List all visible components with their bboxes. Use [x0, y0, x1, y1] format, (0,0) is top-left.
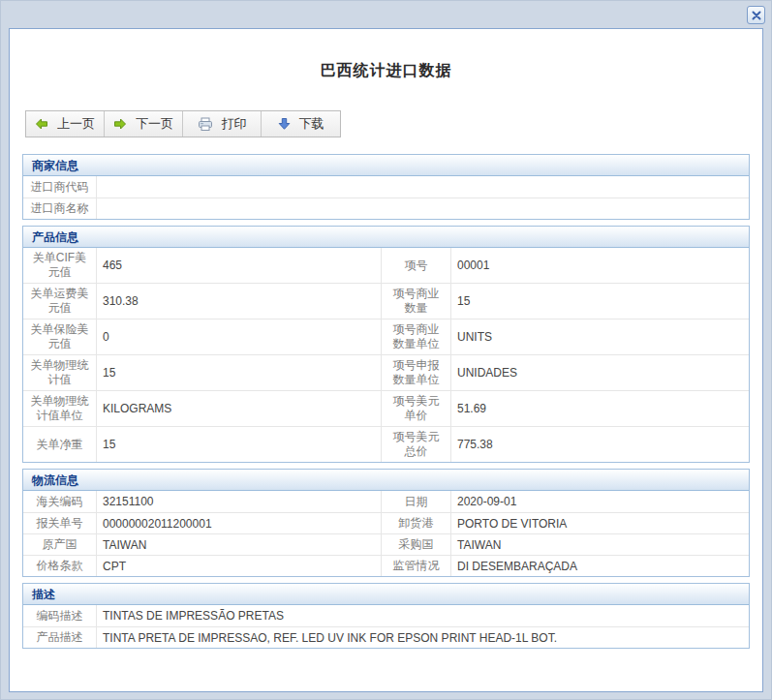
section-product-title: 产品信息	[23, 227, 749, 248]
download-label: 下载	[299, 115, 324, 133]
prev-page-button[interactable]: 上一页	[26, 111, 105, 137]
page-title: 巴西统计进口数据	[22, 61, 750, 81]
field-value: 51.69	[451, 390, 749, 426]
field-value	[97, 198, 749, 219]
field-label: 项号美元总价	[382, 426, 451, 462]
next-page-button[interactable]: 下一页	[105, 111, 183, 137]
field-value	[97, 176, 749, 198]
table-row: 编码描述 TINTAS DE IMPRESSÃO PRETAS	[23, 605, 749, 626]
field-value: PORTO DE VITORIA	[451, 512, 749, 533]
field-value: UNITS	[451, 319, 749, 354]
toolbar: 上一页 下一页 打印	[25, 110, 341, 137]
section-description-title: 描述	[23, 584, 749, 605]
field-label: 原产国	[23, 533, 97, 555]
section-logistics-info: 物流信息 海关编码 32151100 日期 2020-09-01 报关单号 00…	[22, 469, 750, 577]
field-label: 项号商业数量	[382, 283, 451, 319]
dialog-content: 巴西统计进口数据 上一页 下一页	[9, 28, 763, 692]
table-row: 关单运费美元值 310.38 项号商业数量 15	[23, 283, 749, 319]
field-label: 项号美元单价	[382, 390, 451, 426]
field-label: 关单CIF美元值	[23, 248, 97, 283]
field-label: 进口商名称	[23, 198, 97, 219]
field-label: 关单运费美元值	[23, 283, 97, 319]
table-row: 关单保险美元值 0 项号商业数量单位 UNITS	[23, 319, 749, 354]
field-value: TINTA PRETA DE IMPRESSAO, REF. LED UV IN…	[97, 626, 749, 648]
field-label: 编码描述	[23, 605, 97, 626]
field-label: 关单保险美元值	[23, 319, 97, 354]
field-label: 价格条款	[23, 555, 97, 576]
table-row: 原产国 TAIWAN 采购国 TAIWAN	[23, 533, 749, 555]
arrow-right-icon	[113, 117, 127, 131]
dialog-titlebar	[1, 1, 771, 28]
download-button[interactable]: 下载	[262, 111, 340, 137]
arrow-down-icon	[278, 117, 291, 131]
table-row: 报关单号 00000002011200001 卸货港 PORTO DE VITO…	[23, 512, 749, 533]
section-product-info: 产品信息 关单CIF美元值 465 项号 00001 关单运费美元值 310.3…	[22, 226, 750, 463]
field-value: 775.38	[451, 426, 749, 462]
table-row: 进口商代码	[23, 176, 749, 198]
field-label: 报关单号	[23, 512, 97, 533]
field-value: 0	[97, 319, 382, 354]
table-row: 海关编码 32151100 日期 2020-09-01	[23, 491, 749, 512]
next-page-label: 下一页	[136, 115, 173, 133]
field-label: 卸货港	[382, 512, 451, 533]
field-label: 关单净重	[23, 426, 97, 462]
field-value: TAIWAN	[97, 533, 382, 555]
close-icon	[752, 11, 761, 20]
field-label: 采购国	[382, 533, 451, 555]
field-value: TAIWAN	[451, 533, 749, 555]
field-value: 15	[97, 354, 382, 390]
field-label: 日期	[382, 491, 451, 512]
field-value: 32151100	[97, 491, 382, 512]
field-value: 15	[97, 426, 382, 462]
prev-page-label: 上一页	[57, 115, 95, 133]
field-value: KILOGRAMS	[97, 390, 382, 426]
field-value: DI DESEMBARAÇADA	[451, 555, 749, 576]
field-value: CPT	[97, 555, 382, 576]
close-button[interactable]	[747, 6, 765, 24]
section-merchant-info: 商家信息 进口商代码 进口商名称	[22, 154, 750, 220]
arrow-left-icon	[35, 117, 48, 131]
table-row: 进口商名称	[23, 198, 749, 219]
table-row: 产品描述 TINTA PRETA DE IMPRESSAO, REF. LED …	[23, 626, 749, 648]
field-label: 进口商代码	[23, 176, 97, 198]
table-row: 关单净重 15 项号美元总价 775.38	[23, 426, 749, 462]
field-label: 关单物理统计值	[23, 354, 97, 390]
field-label: 项号	[382, 248, 451, 283]
print-button[interactable]: 打印	[183, 111, 262, 137]
field-value: 00000002011200001	[97, 512, 382, 533]
section-merchant-title: 商家信息	[23, 155, 749, 176]
field-value: 00001	[451, 248, 749, 283]
field-label: 监管情况	[382, 555, 451, 576]
field-value: TINTAS DE IMPRESSÃO PRETAS	[97, 605, 749, 626]
field-value: 2020-09-01	[451, 491, 749, 512]
field-label: 海关编码	[23, 491, 97, 512]
field-label: 项号申报数量单位	[382, 354, 451, 390]
table-row: 关单CIF美元值 465 项号 00001	[23, 248, 749, 283]
field-label: 项号商业数量单位	[382, 319, 451, 354]
field-value: 15	[451, 283, 749, 319]
table-row: 价格条款 CPT 监管情况 DI DESEMBARAÇADA	[23, 555, 749, 576]
section-description: 描述 编码描述 TINTAS DE IMPRESSÃO PRETAS 产品描述 …	[22, 583, 750, 649]
table-row: 关单物理统计值 15 项号申报数量单位 UNIDADES	[23, 354, 749, 390]
table-row: 关单物理统计值单位 KILOGRAMS 项号美元单价 51.69	[23, 390, 749, 426]
field-label: 关单物理统计值单位	[23, 390, 97, 426]
field-value: 310.38	[97, 283, 382, 319]
field-label: 产品描述	[23, 626, 97, 648]
section-logistics-title: 物流信息	[23, 470, 749, 491]
field-value: UNIDADES	[451, 354, 749, 390]
sections-container: 商家信息 进口商代码 进口商名称 产品信息 关单CIF美元值 465 项号 00…	[22, 154, 750, 649]
field-value: 465	[97, 248, 382, 283]
printer-icon	[198, 117, 213, 132]
print-label: 打印	[222, 115, 247, 133]
dialog-window: 巴西统计进口数据 上一页 下一页	[0, 0, 772, 700]
